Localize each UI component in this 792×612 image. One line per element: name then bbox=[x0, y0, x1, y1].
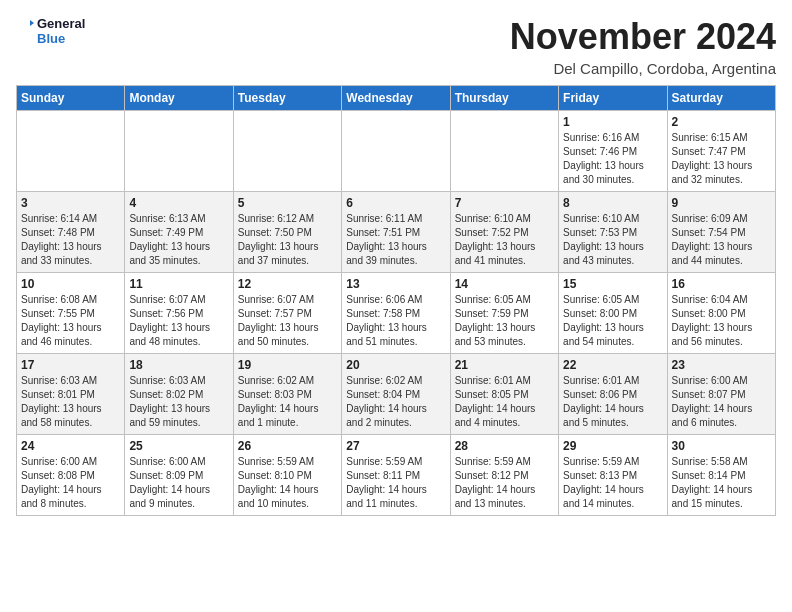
day-cell: 3Sunrise: 6:14 AMSunset: 7:48 PMDaylight… bbox=[17, 192, 125, 273]
day-cell: 12Sunrise: 6:07 AMSunset: 7:57 PMDayligh… bbox=[233, 273, 341, 354]
logo: GeneralBlue bbox=[16, 16, 85, 46]
day-number: 13 bbox=[346, 277, 445, 291]
day-info: Sunrise: 6:01 AMSunset: 8:06 PMDaylight:… bbox=[563, 374, 662, 430]
header-cell-monday: Monday bbox=[125, 86, 233, 111]
week-row-5: 24Sunrise: 6:00 AMSunset: 8:08 PMDayligh… bbox=[17, 435, 776, 516]
day-cell bbox=[450, 111, 558, 192]
day-number: 26 bbox=[238, 439, 337, 453]
day-number: 21 bbox=[455, 358, 554, 372]
day-cell: 28Sunrise: 5:59 AMSunset: 8:12 PMDayligh… bbox=[450, 435, 558, 516]
day-cell: 16Sunrise: 6:04 AMSunset: 8:00 PMDayligh… bbox=[667, 273, 775, 354]
day-number: 22 bbox=[563, 358, 662, 372]
header-cell-sunday: Sunday bbox=[17, 86, 125, 111]
day-info: Sunrise: 6:11 AMSunset: 7:51 PMDaylight:… bbox=[346, 212, 445, 268]
day-info: Sunrise: 6:10 AMSunset: 7:53 PMDaylight:… bbox=[563, 212, 662, 268]
day-info: Sunrise: 6:04 AMSunset: 8:00 PMDaylight:… bbox=[672, 293, 771, 349]
day-info: Sunrise: 6:03 AMSunset: 8:02 PMDaylight:… bbox=[129, 374, 228, 430]
day-info: Sunrise: 6:07 AMSunset: 7:56 PMDaylight:… bbox=[129, 293, 228, 349]
day-number: 5 bbox=[238, 196, 337, 210]
day-number: 16 bbox=[672, 277, 771, 291]
day-number: 12 bbox=[238, 277, 337, 291]
day-cell: 13Sunrise: 6:06 AMSunset: 7:58 PMDayligh… bbox=[342, 273, 450, 354]
day-number: 14 bbox=[455, 277, 554, 291]
day-info: Sunrise: 5:59 AMSunset: 8:13 PMDaylight:… bbox=[563, 455, 662, 511]
day-info: Sunrise: 6:15 AMSunset: 7:47 PMDaylight:… bbox=[672, 131, 771, 187]
day-info: Sunrise: 5:59 AMSunset: 8:12 PMDaylight:… bbox=[455, 455, 554, 511]
header-row: SundayMondayTuesdayWednesdayThursdayFrid… bbox=[17, 86, 776, 111]
day-cell: 8Sunrise: 6:10 AMSunset: 7:53 PMDaylight… bbox=[559, 192, 667, 273]
day-cell: 5Sunrise: 6:12 AMSunset: 7:50 PMDaylight… bbox=[233, 192, 341, 273]
day-number: 15 bbox=[563, 277, 662, 291]
day-number: 3 bbox=[21, 196, 120, 210]
day-cell: 25Sunrise: 6:00 AMSunset: 8:09 PMDayligh… bbox=[125, 435, 233, 516]
day-number: 29 bbox=[563, 439, 662, 453]
day-cell: 4Sunrise: 6:13 AMSunset: 7:49 PMDaylight… bbox=[125, 192, 233, 273]
day-number: 8 bbox=[563, 196, 662, 210]
day-number: 2 bbox=[672, 115, 771, 129]
day-number: 10 bbox=[21, 277, 120, 291]
day-info: Sunrise: 5:58 AMSunset: 8:14 PMDaylight:… bbox=[672, 455, 771, 511]
day-cell: 20Sunrise: 6:02 AMSunset: 8:04 PMDayligh… bbox=[342, 354, 450, 435]
header-cell-tuesday: Tuesday bbox=[233, 86, 341, 111]
day-cell: 19Sunrise: 6:02 AMSunset: 8:03 PMDayligh… bbox=[233, 354, 341, 435]
day-number: 25 bbox=[129, 439, 228, 453]
day-cell: 26Sunrise: 5:59 AMSunset: 8:10 PMDayligh… bbox=[233, 435, 341, 516]
day-number: 6 bbox=[346, 196, 445, 210]
day-cell: 15Sunrise: 6:05 AMSunset: 8:00 PMDayligh… bbox=[559, 273, 667, 354]
day-info: Sunrise: 6:16 AMSunset: 7:46 PMDaylight:… bbox=[563, 131, 662, 187]
day-info: Sunrise: 6:00 AMSunset: 8:07 PMDaylight:… bbox=[672, 374, 771, 430]
day-number: 18 bbox=[129, 358, 228, 372]
day-cell: 24Sunrise: 6:00 AMSunset: 8:08 PMDayligh… bbox=[17, 435, 125, 516]
day-number: 11 bbox=[129, 277, 228, 291]
day-number: 30 bbox=[672, 439, 771, 453]
day-cell: 27Sunrise: 5:59 AMSunset: 8:11 PMDayligh… bbox=[342, 435, 450, 516]
month-title: November 2024 bbox=[510, 16, 776, 58]
day-info: Sunrise: 5:59 AMSunset: 8:11 PMDaylight:… bbox=[346, 455, 445, 511]
day-cell: 30Sunrise: 5:58 AMSunset: 8:14 PMDayligh… bbox=[667, 435, 775, 516]
header-cell-friday: Friday bbox=[559, 86, 667, 111]
location-title: Del Campillo, Cordoba, Argentina bbox=[510, 60, 776, 77]
day-cell: 23Sunrise: 6:00 AMSunset: 8:07 PMDayligh… bbox=[667, 354, 775, 435]
day-number: 23 bbox=[672, 358, 771, 372]
title-area: November 2024 Del Campillo, Cordoba, Arg… bbox=[510, 16, 776, 77]
day-info: Sunrise: 6:02 AMSunset: 8:04 PMDaylight:… bbox=[346, 374, 445, 430]
day-number: 1 bbox=[563, 115, 662, 129]
day-info: Sunrise: 5:59 AMSunset: 8:10 PMDaylight:… bbox=[238, 455, 337, 511]
header-cell-thursday: Thursday bbox=[450, 86, 558, 111]
day-info: Sunrise: 6:12 AMSunset: 7:50 PMDaylight:… bbox=[238, 212, 337, 268]
week-row-4: 17Sunrise: 6:03 AMSunset: 8:01 PMDayligh… bbox=[17, 354, 776, 435]
day-cell: 22Sunrise: 6:01 AMSunset: 8:06 PMDayligh… bbox=[559, 354, 667, 435]
header-cell-wednesday: Wednesday bbox=[342, 86, 450, 111]
day-cell: 21Sunrise: 6:01 AMSunset: 8:05 PMDayligh… bbox=[450, 354, 558, 435]
day-info: Sunrise: 6:08 AMSunset: 7:55 PMDaylight:… bbox=[21, 293, 120, 349]
week-row-2: 3Sunrise: 6:14 AMSunset: 7:48 PMDaylight… bbox=[17, 192, 776, 273]
day-cell: 10Sunrise: 6:08 AMSunset: 7:55 PMDayligh… bbox=[17, 273, 125, 354]
day-number: 17 bbox=[21, 358, 120, 372]
header-cell-saturday: Saturday bbox=[667, 86, 775, 111]
day-cell bbox=[233, 111, 341, 192]
week-row-3: 10Sunrise: 6:08 AMSunset: 7:55 PMDayligh… bbox=[17, 273, 776, 354]
day-number: 19 bbox=[238, 358, 337, 372]
day-info: Sunrise: 6:05 AMSunset: 8:00 PMDaylight:… bbox=[563, 293, 662, 349]
day-number: 9 bbox=[672, 196, 771, 210]
day-number: 20 bbox=[346, 358, 445, 372]
day-info: Sunrise: 6:00 AMSunset: 8:08 PMDaylight:… bbox=[21, 455, 120, 511]
svg-marker-0 bbox=[16, 20, 34, 26]
day-info: Sunrise: 6:06 AMSunset: 7:58 PMDaylight:… bbox=[346, 293, 445, 349]
calendar-table: SundayMondayTuesdayWednesdayThursdayFrid… bbox=[16, 85, 776, 516]
day-info: Sunrise: 6:01 AMSunset: 8:05 PMDaylight:… bbox=[455, 374, 554, 430]
day-cell: 9Sunrise: 6:09 AMSunset: 7:54 PMDaylight… bbox=[667, 192, 775, 273]
day-cell bbox=[125, 111, 233, 192]
day-cell: 1Sunrise: 6:16 AMSunset: 7:46 PMDaylight… bbox=[559, 111, 667, 192]
day-info: Sunrise: 6:10 AMSunset: 7:52 PMDaylight:… bbox=[455, 212, 554, 268]
day-cell: 11Sunrise: 6:07 AMSunset: 7:56 PMDayligh… bbox=[125, 273, 233, 354]
day-cell: 2Sunrise: 6:15 AMSunset: 7:47 PMDaylight… bbox=[667, 111, 775, 192]
day-cell: 7Sunrise: 6:10 AMSunset: 7:52 PMDaylight… bbox=[450, 192, 558, 273]
day-info: Sunrise: 6:09 AMSunset: 7:54 PMDaylight:… bbox=[672, 212, 771, 268]
day-cell: 17Sunrise: 6:03 AMSunset: 8:01 PMDayligh… bbox=[17, 354, 125, 435]
day-cell: 18Sunrise: 6:03 AMSunset: 8:02 PMDayligh… bbox=[125, 354, 233, 435]
header: GeneralBlue November 2024 Del Campillo, … bbox=[16, 16, 776, 77]
day-cell: 29Sunrise: 5:59 AMSunset: 8:13 PMDayligh… bbox=[559, 435, 667, 516]
day-number: 28 bbox=[455, 439, 554, 453]
day-cell bbox=[17, 111, 125, 192]
